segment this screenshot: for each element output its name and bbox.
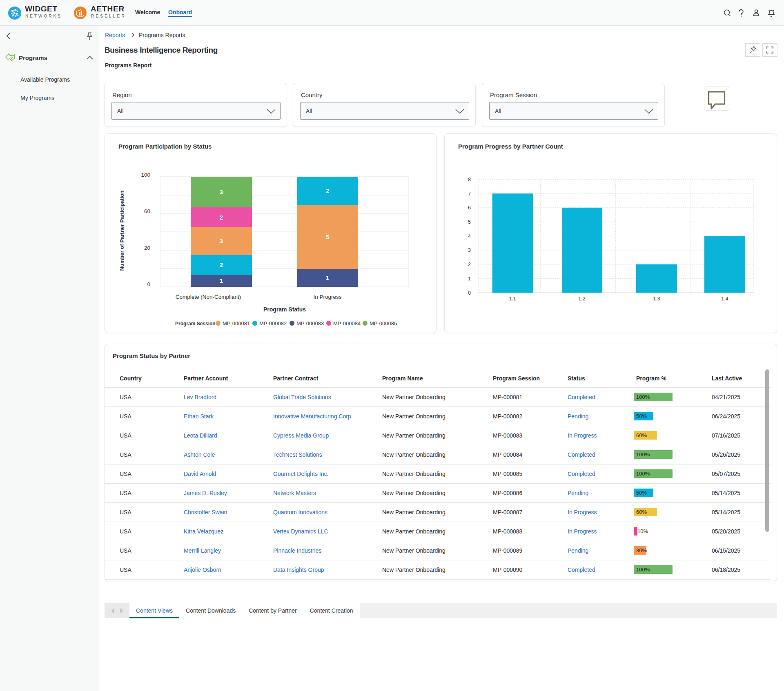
svg-text:5: 5: [326, 233, 329, 240]
svg-text:7: 7: [468, 191, 471, 197]
svg-text:1: 1: [220, 277, 223, 284]
svg-text:1.2: 1.2: [578, 296, 585, 302]
svg-text:3: 3: [468, 247, 471, 253]
svg-text:3: 3: [220, 238, 223, 244]
svg-text:8: 8: [468, 177, 471, 182]
svg-text:60: 60: [144, 208, 150, 214]
svg-text:Program Status: Program Status: [263, 306, 306, 313]
svg-text:In Progress: In Progress: [313, 294, 341, 300]
svg-text:MP-000083: MP-000083: [296, 320, 324, 327]
svg-text:Program Session: Program Session: [175, 321, 216, 327]
svg-text:Complete (Non-Compliant): Complete (Non-Compliant): [176, 294, 241, 300]
svg-text:MP-000082: MP-000082: [259, 320, 287, 327]
svg-text:1.1: 1.1: [509, 296, 516, 302]
svg-text:MP-000085: MP-000085: [370, 320, 397, 327]
svg-text:1: 1: [326, 274, 329, 281]
svg-text:0: 0: [468, 290, 471, 296]
svg-text:6: 6: [468, 205, 471, 211]
svg-text:2: 2: [220, 261, 223, 268]
svg-text:1.4: 1.4: [721, 296, 728, 302]
svg-text:MP-000081: MP-000081: [223, 320, 250, 327]
svg-text:3: 3: [220, 189, 223, 196]
svg-text:2: 2: [220, 214, 223, 221]
svg-text:Number of Partner Participatio: Number of Partner Participation: [119, 191, 125, 271]
svg-text:1.3: 1.3: [653, 296, 660, 302]
svg-text:5: 5: [468, 219, 471, 225]
svg-text:100: 100: [141, 172, 150, 178]
svg-text:20: 20: [144, 245, 150, 251]
svg-text:2: 2: [326, 187, 329, 194]
svg-text:4: 4: [468, 233, 471, 239]
svg-text:2: 2: [468, 262, 471, 267]
svg-text:0: 0: [147, 281, 150, 287]
svg-text:MP-000084: MP-000084: [333, 320, 361, 327]
svg-text:1: 1: [468, 276, 471, 282]
